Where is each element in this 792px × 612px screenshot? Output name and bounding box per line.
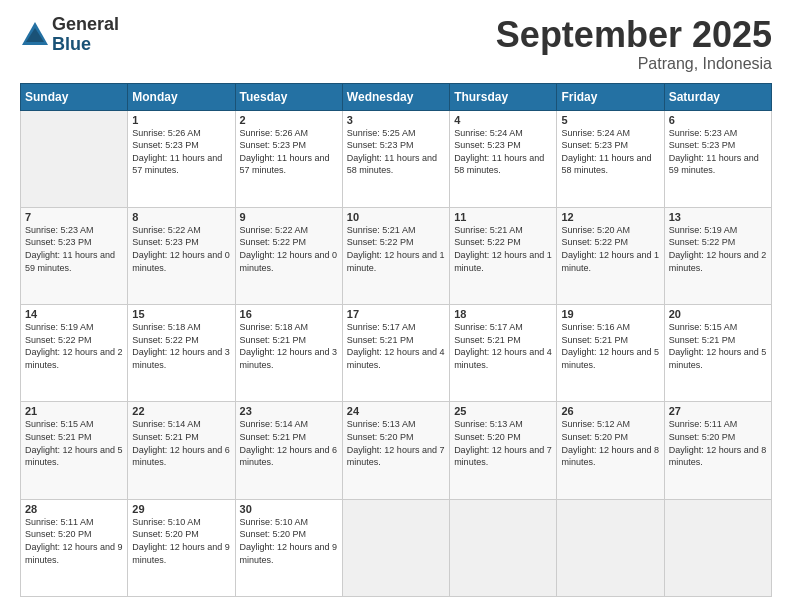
day-header-monday: Monday — [128, 83, 235, 110]
day-info: Sunrise: 5:22 AMSunset: 5:22 PMDaylight:… — [240, 224, 338, 274]
calendar-week-2: 7Sunrise: 5:23 AMSunset: 5:23 PMDaylight… — [21, 207, 772, 304]
calendar-body: 1Sunrise: 5:26 AMSunset: 5:23 PMDaylight… — [21, 110, 772, 596]
calendar-cell: 22Sunrise: 5:14 AMSunset: 5:21 PMDayligh… — [128, 402, 235, 499]
calendar-cell: 18Sunrise: 5:17 AMSunset: 5:21 PMDayligh… — [450, 305, 557, 402]
calendar-cell — [557, 499, 664, 596]
day-info: Sunrise: 5:24 AMSunset: 5:23 PMDaylight:… — [454, 127, 552, 177]
calendar-week-5: 28Sunrise: 5:11 AMSunset: 5:20 PMDayligh… — [21, 499, 772, 596]
day-info: Sunrise: 5:17 AMSunset: 5:21 PMDaylight:… — [454, 321, 552, 371]
day-number: 20 — [669, 308, 767, 320]
calendar-cell: 21Sunrise: 5:15 AMSunset: 5:21 PMDayligh… — [21, 402, 128, 499]
day-number: 4 — [454, 114, 552, 126]
calendar-cell: 7Sunrise: 5:23 AMSunset: 5:23 PMDaylight… — [21, 207, 128, 304]
day-info: Sunrise: 5:23 AMSunset: 5:23 PMDaylight:… — [25, 224, 123, 274]
calendar-cell: 9Sunrise: 5:22 AMSunset: 5:22 PMDaylight… — [235, 207, 342, 304]
calendar-cell: 20Sunrise: 5:15 AMSunset: 5:21 PMDayligh… — [664, 305, 771, 402]
day-number: 16 — [240, 308, 338, 320]
day-number: 9 — [240, 211, 338, 223]
calendar-cell: 27Sunrise: 5:11 AMSunset: 5:20 PMDayligh… — [664, 402, 771, 499]
calendar-cell: 29Sunrise: 5:10 AMSunset: 5:20 PMDayligh… — [128, 499, 235, 596]
day-info: Sunrise: 5:26 AMSunset: 5:23 PMDaylight:… — [132, 127, 230, 177]
day-number: 14 — [25, 308, 123, 320]
calendar-cell: 17Sunrise: 5:17 AMSunset: 5:21 PMDayligh… — [342, 305, 449, 402]
day-number: 6 — [669, 114, 767, 126]
day-info: Sunrise: 5:19 AMSunset: 5:22 PMDaylight:… — [25, 321, 123, 371]
day-number: 22 — [132, 405, 230, 417]
day-info: Sunrise: 5:11 AMSunset: 5:20 PMDaylight:… — [669, 418, 767, 468]
calendar-cell — [342, 499, 449, 596]
day-number: 19 — [561, 308, 659, 320]
calendar-cell: 30Sunrise: 5:10 AMSunset: 5:20 PMDayligh… — [235, 499, 342, 596]
day-info: Sunrise: 5:17 AMSunset: 5:21 PMDaylight:… — [347, 321, 445, 371]
title-section: September 2025 Patrang, Indonesia — [496, 15, 772, 73]
header: General Blue September 2025 Patrang, Ind… — [20, 15, 772, 73]
day-header-saturday: Saturday — [664, 83, 771, 110]
day-number: 5 — [561, 114, 659, 126]
calendar-header: SundayMondayTuesdayWednesdayThursdayFrid… — [21, 83, 772, 110]
calendar-cell: 19Sunrise: 5:16 AMSunset: 5:21 PMDayligh… — [557, 305, 664, 402]
page: General Blue September 2025 Patrang, Ind… — [0, 0, 792, 612]
day-number: 13 — [669, 211, 767, 223]
day-number: 15 — [132, 308, 230, 320]
calendar-cell: 13Sunrise: 5:19 AMSunset: 5:22 PMDayligh… — [664, 207, 771, 304]
day-info: Sunrise: 5:14 AMSunset: 5:21 PMDaylight:… — [132, 418, 230, 468]
calendar-cell: 5Sunrise: 5:24 AMSunset: 5:23 PMDaylight… — [557, 110, 664, 207]
calendar-week-3: 14Sunrise: 5:19 AMSunset: 5:22 PMDayligh… — [21, 305, 772, 402]
calendar-week-4: 21Sunrise: 5:15 AMSunset: 5:21 PMDayligh… — [21, 402, 772, 499]
day-number: 30 — [240, 503, 338, 515]
day-info: Sunrise: 5:13 AMSunset: 5:20 PMDaylight:… — [454, 418, 552, 468]
day-info: Sunrise: 5:13 AMSunset: 5:20 PMDaylight:… — [347, 418, 445, 468]
location-subtitle: Patrang, Indonesia — [496, 55, 772, 73]
day-number: 24 — [347, 405, 445, 417]
day-info: Sunrise: 5:16 AMSunset: 5:21 PMDaylight:… — [561, 321, 659, 371]
day-number: 21 — [25, 405, 123, 417]
calendar-cell: 2Sunrise: 5:26 AMSunset: 5:23 PMDaylight… — [235, 110, 342, 207]
day-info: Sunrise: 5:21 AMSunset: 5:22 PMDaylight:… — [454, 224, 552, 274]
calendar-cell: 26Sunrise: 5:12 AMSunset: 5:20 PMDayligh… — [557, 402, 664, 499]
logo-general: General — [52, 15, 119, 35]
calendar-cell: 1Sunrise: 5:26 AMSunset: 5:23 PMDaylight… — [128, 110, 235, 207]
day-number: 28 — [25, 503, 123, 515]
day-info: Sunrise: 5:21 AMSunset: 5:22 PMDaylight:… — [347, 224, 445, 274]
days-header-row: SundayMondayTuesdayWednesdayThursdayFrid… — [21, 83, 772, 110]
calendar: SundayMondayTuesdayWednesdayThursdayFrid… — [20, 83, 772, 597]
day-number: 25 — [454, 405, 552, 417]
day-header-friday: Friday — [557, 83, 664, 110]
day-number: 18 — [454, 308, 552, 320]
calendar-cell — [450, 499, 557, 596]
calendar-cell: 12Sunrise: 5:20 AMSunset: 5:22 PMDayligh… — [557, 207, 664, 304]
day-number: 3 — [347, 114, 445, 126]
calendar-cell: 14Sunrise: 5:19 AMSunset: 5:22 PMDayligh… — [21, 305, 128, 402]
day-info: Sunrise: 5:12 AMSunset: 5:20 PMDaylight:… — [561, 418, 659, 468]
day-info: Sunrise: 5:26 AMSunset: 5:23 PMDaylight:… — [240, 127, 338, 177]
month-title: September 2025 — [496, 15, 772, 55]
day-info: Sunrise: 5:19 AMSunset: 5:22 PMDaylight:… — [669, 224, 767, 274]
calendar-cell: 23Sunrise: 5:14 AMSunset: 5:21 PMDayligh… — [235, 402, 342, 499]
day-info: Sunrise: 5:15 AMSunset: 5:21 PMDaylight:… — [669, 321, 767, 371]
calendar-cell: 16Sunrise: 5:18 AMSunset: 5:21 PMDayligh… — [235, 305, 342, 402]
calendar-cell — [664, 499, 771, 596]
calendar-cell: 25Sunrise: 5:13 AMSunset: 5:20 PMDayligh… — [450, 402, 557, 499]
day-header-tuesday: Tuesday — [235, 83, 342, 110]
day-info: Sunrise: 5:20 AMSunset: 5:22 PMDaylight:… — [561, 224, 659, 274]
day-header-sunday: Sunday — [21, 83, 128, 110]
calendar-cell: 28Sunrise: 5:11 AMSunset: 5:20 PMDayligh… — [21, 499, 128, 596]
day-number: 1 — [132, 114, 230, 126]
calendar-cell: 3Sunrise: 5:25 AMSunset: 5:23 PMDaylight… — [342, 110, 449, 207]
calendar-cell: 24Sunrise: 5:13 AMSunset: 5:20 PMDayligh… — [342, 402, 449, 499]
calendar-week-1: 1Sunrise: 5:26 AMSunset: 5:23 PMDaylight… — [21, 110, 772, 207]
day-info: Sunrise: 5:10 AMSunset: 5:20 PMDaylight:… — [132, 516, 230, 566]
day-header-wednesday: Wednesday — [342, 83, 449, 110]
day-number: 8 — [132, 211, 230, 223]
calendar-cell: 10Sunrise: 5:21 AMSunset: 5:22 PMDayligh… — [342, 207, 449, 304]
calendar-cell: 15Sunrise: 5:18 AMSunset: 5:22 PMDayligh… — [128, 305, 235, 402]
day-info: Sunrise: 5:24 AMSunset: 5:23 PMDaylight:… — [561, 127, 659, 177]
day-info: Sunrise: 5:14 AMSunset: 5:21 PMDaylight:… — [240, 418, 338, 468]
day-number: 7 — [25, 211, 123, 223]
day-number: 17 — [347, 308, 445, 320]
day-header-thursday: Thursday — [450, 83, 557, 110]
day-number: 29 — [132, 503, 230, 515]
calendar-cell: 8Sunrise: 5:22 AMSunset: 5:23 PMDaylight… — [128, 207, 235, 304]
day-info: Sunrise: 5:22 AMSunset: 5:23 PMDaylight:… — [132, 224, 230, 274]
calendar-cell: 4Sunrise: 5:24 AMSunset: 5:23 PMDaylight… — [450, 110, 557, 207]
